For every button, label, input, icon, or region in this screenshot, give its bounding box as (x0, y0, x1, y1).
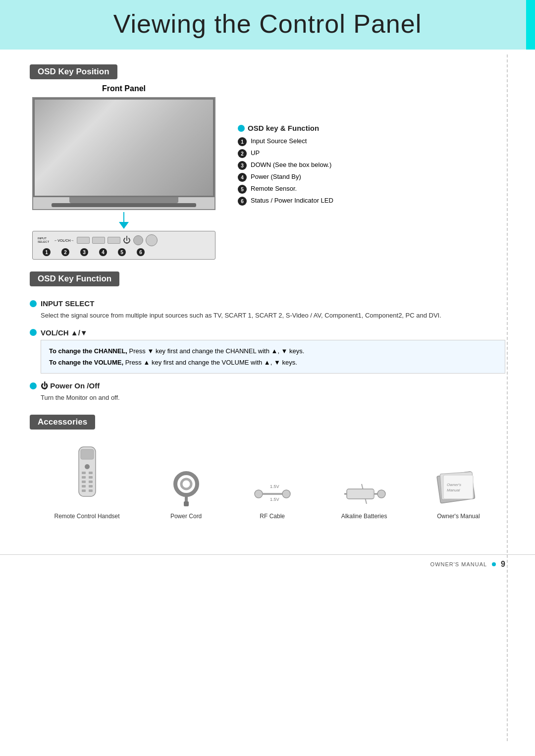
input-select-body: Select the signal source from multiple i… (41, 311, 505, 321)
control-strip: INPUT SELECT ←VOL/CH→ ⏻ (32, 231, 215, 260)
cs-num-6: 6 (137, 248, 145, 256)
volume-info-rest: Press ▲ key first and change the VOLUME … (125, 359, 297, 366)
svg-rect-25 (347, 489, 374, 499)
manual-icon: Owner's Manual (436, 469, 481, 509)
osd-list-item-3: 3 DOWN (See the box below.) (238, 161, 505, 170)
badge-6: 6 (238, 197, 247, 206)
svg-text:1.5V: 1.5V (270, 484, 279, 489)
cs-btn-1[interactable] (77, 237, 90, 244)
arrow-triangle (119, 222, 129, 229)
remote-icon (70, 444, 105, 509)
svg-rect-29 (443, 475, 473, 499)
volume-info-bold: To change the VOLUME, (49, 359, 123, 366)
svg-rect-9 (82, 485, 86, 487)
cs-num-2: 2 (61, 248, 69, 256)
volume-info-line: To change the VOLUME, Press ▲ key first … (49, 357, 497, 368)
accessory-power-cord: Power Cord (169, 469, 204, 520)
power-cord-label: Power Cord (170, 513, 202, 520)
svg-rect-8 (89, 481, 93, 483)
footer-page-number: 9 (501, 560, 505, 569)
arrow-indicator (30, 212, 218, 229)
accessory-remote: Remote Control Handset (54, 444, 120, 520)
svg-point-24 (377, 490, 385, 498)
front-panel-label: Front Panel (30, 84, 218, 93)
osd-position-header: OSD Key Position (30, 64, 117, 79)
cs-num-3: 3 (80, 248, 88, 256)
svg-rect-10 (89, 485, 93, 487)
cs-numbers: 1 2 3 4 5 6 (38, 248, 210, 256)
batteries-label: Alkaline Batteries (341, 513, 387, 520)
page-header: Viewing the Control Panel (0, 0, 535, 50)
osd-position-content: Front Panel INPUT (30, 84, 505, 260)
svg-text:1.5V: 1.5V (270, 497, 279, 502)
accessory-manual: Owner's Manual Owner's Manual (436, 469, 481, 520)
svg-rect-15 (184, 501, 189, 506)
rf-cable-label: RF Cable (260, 513, 285, 520)
tv-stand (69, 197, 178, 203)
cs-num-5: 5 (118, 248, 126, 256)
osd-list-item-4: 4 Power (Stand By) (238, 173, 505, 182)
cs-input-label: INPUT SELECT (38, 237, 49, 243)
cyan-dot-power-icon (30, 382, 37, 389)
cyan-dot-icon (238, 125, 245, 132)
cs-btn-round-2[interactable] (146, 234, 158, 246)
channel-info-rest: Press ▼ key first and change the CHANNEL… (129, 347, 305, 355)
front-panel-area: Front Panel INPUT (30, 84, 218, 260)
osd-list-item-5: 5 Remote Sensor. (238, 185, 505, 194)
cyan-dot-input-icon (30, 300, 37, 307)
badge-2: 2 (238, 149, 247, 158)
batteries-icon (342, 479, 386, 509)
svg-rect-1 (81, 449, 94, 459)
osd-function-section: OSD Key Function INPUT SELECT Select the… (30, 271, 505, 403)
svg-text:Owner's: Owner's (447, 483, 461, 487)
tv-screen (33, 98, 214, 197)
badge-4: 4 (238, 173, 247, 182)
badge-5: 5 (238, 185, 247, 194)
vol-ch-info-box: To change the CHANNEL, Press ▼ key first… (41, 340, 505, 374)
osd-list-item-2: 2 UP (238, 149, 505, 158)
osd-list-item-1: 1 Input Source Select (238, 137, 505, 146)
svg-point-19 (282, 490, 290, 498)
accessory-batteries: Alkaline Batteries (341, 479, 387, 520)
svg-text:Manual: Manual (447, 488, 460, 492)
accessory-rf-cable: 1.5V 1.5V RF Cable (253, 479, 292, 520)
control-strip-inner: INPUT SELECT ←VOL/CH→ ⏻ (38, 234, 210, 246)
channel-info-bold: To change the CHANNEL, (49, 347, 127, 355)
cyan-accent-bar (526, 0, 535, 50)
channel-info-line: To change the CHANNEL, Press ▼ key first… (49, 345, 497, 357)
svg-point-13 (175, 473, 197, 495)
svg-rect-11 (82, 489, 86, 492)
badge-1: 1 (238, 137, 247, 146)
power-title: ⏻ Power On /Off (30, 381, 505, 390)
svg-rect-5 (82, 476, 86, 479)
cs-num-4: 4 (99, 248, 107, 256)
svg-point-16 (181, 479, 191, 489)
osd-key-list: OSD key & Function 1 Input Source Select… (238, 124, 505, 209)
page-title: Viewing the Control Panel (0, 9, 535, 39)
footer-bullet-icon (492, 562, 496, 566)
footer: OWNER'S MANUAL 9 (0, 554, 535, 574)
accessories-items: Remote Control Handset Power Cord (30, 444, 505, 525)
osd-function-header: OSD Key Function (30, 271, 119, 286)
remote-label: Remote Control Handset (54, 513, 120, 520)
vol-ch-label: VOL/CH ▲/▼ (41, 328, 88, 337)
manual-label: Owner's Manual (437, 513, 480, 520)
vol-ch-title: VOL/CH ▲/▼ (30, 328, 505, 337)
svg-rect-12 (89, 489, 93, 492)
footer-text: OWNER'S MANUAL (430, 561, 487, 567)
cs-btn-3[interactable] (107, 237, 120, 244)
power-cord-icon (169, 469, 204, 509)
arrow-line (123, 212, 124, 222)
svg-rect-6 (89, 476, 93, 479)
cs-num-1: 1 (43, 248, 51, 256)
input-select-title: INPUT SELECT (30, 299, 505, 308)
accessories-section: Accessories (30, 415, 505, 525)
osd-list-item-6: 6 Status / Power Indicator LED (238, 197, 505, 206)
svg-point-17 (255, 490, 263, 498)
cs-btn-2[interactable] (92, 237, 105, 244)
svg-rect-7 (82, 481, 86, 483)
main-content: OSD Key Position Front Panel (0, 50, 535, 535)
accessories-header: Accessories (30, 415, 95, 430)
cs-btn-round-1[interactable] (133, 235, 143, 245)
svg-point-2 (85, 464, 90, 469)
